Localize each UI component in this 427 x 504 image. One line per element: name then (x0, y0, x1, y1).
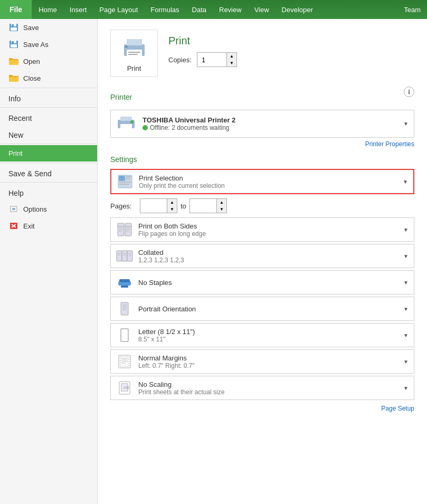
svg-rect-39 (119, 184, 129, 185)
insert-menu[interactable]: Insert (63, 0, 93, 19)
no-staples-text: No Staples (138, 279, 398, 287)
portrait-row[interactable]: Portrait Orientation ▼ (110, 297, 414, 321)
developer-menu[interactable]: Developer (276, 0, 319, 19)
home-menu[interactable]: Home (32, 0, 63, 19)
margins-row[interactable]: Normal Margins Left: 0.7" Right: 0.7" ▼ (110, 349, 414, 374)
both-sides-main: Print on Both Sides (138, 222, 398, 230)
exit-label: Exit (23, 222, 35, 230)
margins-main: Normal Margins (138, 354, 398, 362)
svg-text:100: 100 (123, 386, 129, 389)
portrait-main: Portrait Orientation (138, 305, 398, 313)
file-menu[interactable]: File (0, 0, 32, 19)
pages-to-input[interactable] (190, 199, 216, 212)
settings-section: Settings Print Selection Only print the … (110, 155, 414, 412)
formulas-menu[interactable]: Formulas (144, 0, 185, 19)
print-selection-row[interactable]: Print Selection Only print the current s… (110, 169, 414, 194)
both-sides-icon (116, 221, 133, 238)
letter-icon (116, 327, 133, 344)
print-selection-sub: Only print the current selection (139, 182, 397, 189)
letter-sub: 8.5" x 11" (138, 336, 398, 343)
no-staples-main: No Staples (138, 279, 398, 287)
sidebar-open[interactable]: Open (0, 53, 97, 70)
recent-section[interactable]: Recent (0, 109, 97, 126)
letter-row[interactable]: Letter (8 1/2 x 11") 8.5" x 11" ▼ (110, 323, 414, 347)
printer-section: Printer ℹ TOSHIBA Universal Printer 2 Of… (110, 88, 414, 148)
page-setup-row: Page Setup (110, 404, 414, 412)
close-label: Close (23, 74, 41, 82)
margins-text: Normal Margins Left: 0.7" Right: 0.7" (138, 354, 398, 369)
pages-to-wrap: ▲ ▼ (189, 198, 227, 213)
both-sides-sub: Flip pages on long edge (138, 230, 398, 237)
printer-properties-link[interactable]: Printer Properties (365, 140, 414, 148)
pages-to-label: to (181, 202, 186, 210)
main-layout: Save Save As Open Close Info Recent New (0, 19, 427, 504)
sidebar-exit[interactable]: Exit (0, 217, 97, 234)
collated-row[interactable]: Collated 1,2,3 1,2,3 1,2,3 ▼ (110, 244, 414, 268)
portrait-text: Portrait Orientation (138, 305, 398, 313)
sidebar-options[interactable]: Options (0, 201, 97, 217)
copies-input-wrap: ▲ ▼ (197, 52, 237, 67)
sidebar: Save Save As Open Close Info Recent New (0, 19, 98, 504)
pages-from-down[interactable]: ▼ (167, 206, 177, 213)
printer-name: TOSHIBA Universal Printer 2 (143, 116, 398, 124)
help-section[interactable]: Help (0, 184, 97, 201)
pages-row: Pages: ▲ ▼ to ▲ ▼ (110, 196, 414, 215)
print-selection-main: Print Selection (139, 174, 397, 182)
print-icon-label: Print (127, 64, 141, 72)
scaling-sub: Print sheets at their actual size (138, 388, 398, 396)
pages-from-wrap: ▲ ▼ (140, 198, 177, 213)
no-staples-row[interactable]: No Staples ▼ (110, 270, 414, 294)
sidebar-close[interactable]: Close (0, 70, 97, 87)
options-icon (8, 205, 19, 213)
pages-to-down[interactable]: ▼ (217, 206, 226, 213)
pages-to-up[interactable]: ▲ (217, 199, 226, 206)
pages-from-input[interactable] (140, 199, 167, 212)
print-selection-icon (117, 173, 134, 190)
view-menu[interactable]: View (248, 0, 276, 19)
svg-rect-38 (119, 182, 131, 183)
new-section[interactable]: New (0, 126, 97, 142)
copies-input[interactable] (197, 53, 226, 66)
copies-up-button[interactable]: ▲ (227, 53, 236, 60)
sidebar-print[interactable]: Print (0, 145, 97, 161)
team-menu[interactable]: Team (397, 0, 427, 19)
svg-rect-16 (12, 208, 15, 209)
margins-icon (116, 353, 133, 370)
save-as-icon (8, 40, 19, 49)
data-menu[interactable]: Data (186, 0, 213, 19)
print-button[interactable]: Print (110, 30, 158, 77)
info-section[interactable]: Info (0, 89, 97, 106)
svg-rect-62 (121, 302, 128, 315)
svg-rect-7 (11, 44, 17, 47)
pages-to-spinners: ▲ ▼ (216, 199, 226, 213)
printer-info-icon[interactable]: ℹ (404, 87, 414, 97)
open-label: Open (23, 58, 40, 65)
pages-from-up[interactable]: ▲ (167, 199, 177, 206)
svg-rect-50 (117, 251, 122, 261)
printer-icon (116, 115, 137, 133)
svg-rect-36 (126, 176, 131, 177)
svg-rect-52 (127, 251, 132, 261)
sidebar-save[interactable]: Save (0, 19, 97, 36)
review-menu[interactable]: Review (213, 0, 248, 19)
collated-sub: 1,2,3 1,2,3 1,2,3 (138, 256, 398, 264)
both-sides-row[interactable]: Print on Both Sides Flip pages on long e… (110, 217, 414, 242)
page-layout-menu[interactable]: Page Layout (93, 0, 144, 19)
svg-point-30 (130, 120, 134, 123)
svg-rect-17 (12, 210, 15, 211)
save-send-section[interactable]: Save & Send (0, 164, 97, 181)
collated-arrow: ▼ (403, 253, 409, 259)
save-icon (8, 23, 19, 32)
pages-label: Pages: (110, 202, 137, 210)
svg-rect-28 (120, 117, 132, 121)
letter-main: Letter (8 1/2 x 11") (138, 328, 398, 336)
svg-rect-25 (128, 54, 138, 55)
page-setup-link[interactable]: Page Setup (381, 405, 414, 412)
copies-down-button[interactable]: ▼ (227, 60, 236, 66)
settings-header: Settings (110, 155, 414, 164)
printer-dropdown[interactable]: TOSHIBA Universal Printer 2 Offline: 2 d… (110, 110, 414, 138)
svg-rect-24 (128, 52, 140, 53)
scaling-row[interactable]: 100 No Scaling Print sheets at their act… (110, 376, 414, 400)
sidebar-save-as[interactable]: Save As (0, 36, 97, 53)
print-title: Print (168, 35, 237, 47)
